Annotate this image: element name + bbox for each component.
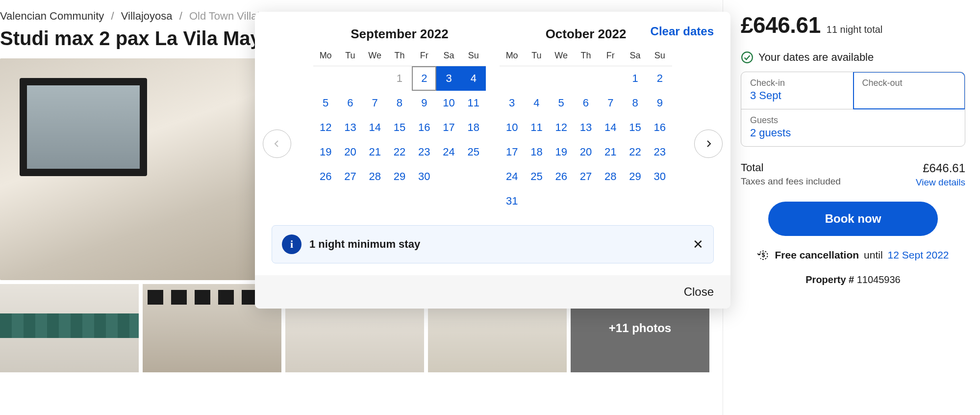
calendar-day[interactable]: 18 <box>524 140 549 164</box>
dow-label: We <box>363 51 387 61</box>
dow-label: Sa <box>436 51 461 61</box>
calendar-day[interactable]: 31 <box>500 189 524 213</box>
calendar-day[interactable]: 5 <box>313 91 338 115</box>
calendar-day[interactable]: 8 <box>387 91 412 115</box>
min-stay-text: 1 night minimum stay <box>309 238 420 251</box>
cancel-date-link[interactable]: 12 Sept 2022 <box>888 249 949 261</box>
calendar-day[interactable]: 24 <box>500 164 524 189</box>
calendar-day[interactable]: 8 <box>623 91 647 115</box>
check-circle-icon <box>741 51 754 64</box>
calendar-day[interactable]: 24 <box>436 140 461 164</box>
calendar-day[interactable]: 2 <box>648 66 672 91</box>
calendar-day[interactable]: 22 <box>387 140 412 164</box>
calendar-day[interactable]: 30 <box>648 164 672 189</box>
calendar-day[interactable]: 28 <box>598 164 623 189</box>
svg-point-0 <box>742 52 753 63</box>
calendar-prev-button[interactable] <box>263 130 291 158</box>
chevron-left-icon <box>273 140 281 148</box>
calendar-day[interactable]: 3 <box>436 66 461 91</box>
calendar-day[interactable]: 12 <box>549 115 574 140</box>
calendar-day[interactable]: 6 <box>338 91 362 115</box>
view-details-link[interactable]: View details <box>916 177 965 188</box>
dow-label: Th <box>574 51 598 61</box>
guests-field[interactable]: Guests 2 guests <box>741 109 965 146</box>
dow-label: Tu <box>338 51 362 61</box>
calendar-day[interactable]: 26 <box>549 164 574 189</box>
dow-label: Th <box>387 51 412 61</box>
info-icon: i <box>282 234 302 254</box>
banner-close-button[interactable]: ✕ <box>693 238 704 251</box>
calendar-day[interactable]: 13 <box>338 115 362 140</box>
calendar-day[interactable]: 23 <box>412 140 436 164</box>
calendar-day[interactable]: 29 <box>387 164 412 189</box>
calendar-day[interactable]: 1 <box>623 66 647 91</box>
availability-status: Your dates are available <box>741 51 965 64</box>
calendar-day[interactable]: 4 <box>461 66 486 91</box>
clear-dates-button[interactable]: Clear dates <box>651 25 714 38</box>
month-title: September 2022 <box>313 26 486 42</box>
calendar-day[interactable]: 2 <box>412 66 436 91</box>
calendar-day[interactable]: 15 <box>387 115 412 140</box>
booking-box: Check-in 3 Sept Check-out Guests 2 guest… <box>741 72 965 147</box>
calendar-day[interactable]: 12 <box>313 115 338 140</box>
calendar-day[interactable]: 22 <box>623 140 647 164</box>
calendar-day[interactable]: 3 <box>500 91 524 115</box>
calendar-day[interactable]: 25 <box>524 164 549 189</box>
calendar-day[interactable]: 13 <box>574 115 598 140</box>
gallery-main-photo[interactable] <box>0 58 273 280</box>
calendar-day[interactable]: 29 <box>623 164 647 189</box>
calendar-day[interactable]: 30 <box>412 164 436 189</box>
month-title: October 2022 <box>500 26 672 42</box>
calendar-day[interactable]: 21 <box>363 140 387 164</box>
calendar-day[interactable]: 7 <box>363 91 387 115</box>
calendar-day[interactable]: 11 <box>524 115 549 140</box>
dow-label: Su <box>461 51 486 61</box>
calendar-day: 1 <box>387 66 412 91</box>
checkout-field[interactable]: Check-out <box>854 72 965 109</box>
calendar-day[interactable]: 5 <box>549 91 574 115</box>
calendar-day[interactable]: 14 <box>598 115 623 140</box>
calendar-day[interactable]: 9 <box>648 91 672 115</box>
calendar-day[interactable]: 7 <box>598 91 623 115</box>
calendar-day[interactable]: 25 <box>461 140 486 164</box>
calendar-day[interactable]: 20 <box>574 140 598 164</box>
calendar-day[interactable]: 27 <box>574 164 598 189</box>
checkin-field[interactable]: Check-in 3 Sept <box>741 72 854 109</box>
calendar-day[interactable]: 11 <box>461 91 486 115</box>
calendar-day[interactable]: 21 <box>598 140 623 164</box>
dow-label: Tu <box>524 51 549 61</box>
calendar-month: October 2022MoTuWeThFrSaSu12345678910111… <box>500 26 672 213</box>
calendar-day[interactable]: 17 <box>500 140 524 164</box>
calendar-day[interactable]: 10 <box>500 115 524 140</box>
price-total: £646.61 <box>741 12 821 38</box>
dow-label: Fr <box>598 51 623 61</box>
calendar-day[interactable]: 6 <box>574 91 598 115</box>
dow-label: Fr <box>412 51 436 61</box>
total-amount: £646.61 <box>916 161 965 175</box>
gallery-thumb[interactable] <box>0 284 139 372</box>
calendar-day[interactable]: 16 <box>412 115 436 140</box>
refund-icon: $ <box>757 249 770 261</box>
calendar-day[interactable]: 17 <box>436 115 461 140</box>
calendar-day[interactable]: 16 <box>648 115 672 140</box>
calendar-day[interactable]: 14 <box>363 115 387 140</box>
calendar-day[interactable]: 27 <box>338 164 362 189</box>
calendar-next-button[interactable] <box>694 130 723 158</box>
calendar-day[interactable]: 15 <box>623 115 647 140</box>
total-label: Total <box>741 161 841 174</box>
breadcrumb-link[interactable]: Valencian Community <box>0 10 104 22</box>
breadcrumb-link[interactable]: Villajoyosa <box>121 10 173 22</box>
calendar-day[interactable]: 26 <box>313 164 338 189</box>
calendar-day[interactable]: 4 <box>524 91 549 115</box>
calendar-day[interactable]: 23 <box>648 140 672 164</box>
calendar-close-button[interactable]: Close <box>255 275 730 309</box>
calendar-day[interactable]: 20 <box>338 140 362 164</box>
calendar-day[interactable]: 28 <box>363 164 387 189</box>
calendar-day[interactable]: 18 <box>461 115 486 140</box>
calendar-day[interactable]: 10 <box>436 91 461 115</box>
book-now-button[interactable]: Book now <box>768 202 938 236</box>
calendar-day[interactable]: 19 <box>549 140 574 164</box>
calendar-day[interactable]: 19 <box>313 140 338 164</box>
calendar-day[interactable]: 9 <box>412 91 436 115</box>
property-id-row: Property # 11045936 <box>741 274 965 285</box>
